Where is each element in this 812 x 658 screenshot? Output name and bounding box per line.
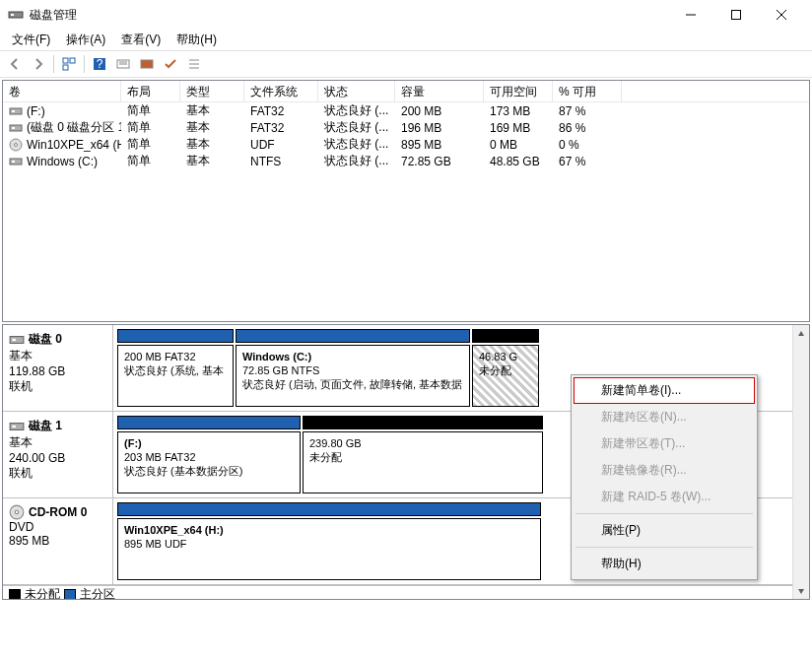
vol-layout: 简单 bbox=[121, 153, 180, 169]
view-icon[interactable] bbox=[58, 53, 80, 75]
app-icon bbox=[8, 7, 24, 23]
disk-header[interactable]: CD-ROM 0DVD895 MB bbox=[3, 498, 113, 584]
disk-size: 119.88 GB bbox=[9, 364, 106, 378]
part-status: 状态良好 (启动, 页面文件, 故障转储, 基本数据 bbox=[242, 377, 463, 391]
menu-action[interactable]: 操作(A) bbox=[58, 30, 113, 50]
vol-status: 状态良好 (... bbox=[318, 136, 395, 153]
disk-size: 240.00 GB bbox=[9, 451, 106, 465]
ctx-new-striped: 新建带区卷(T)... bbox=[574, 430, 755, 457]
part-size: 203 MB FAT32 bbox=[124, 450, 294, 464]
maximize-button[interactable] bbox=[713, 0, 759, 30]
drive-icon bbox=[9, 121, 23, 135]
svg-rect-29 bbox=[12, 425, 15, 427]
vol-type: 基本 bbox=[180, 119, 244, 136]
svg-rect-25 bbox=[12, 161, 15, 163]
drive-icon bbox=[9, 104, 23, 118]
vol-layout: 简单 bbox=[121, 136, 180, 153]
part-label: (F:) bbox=[124, 436, 294, 450]
close-button[interactable] bbox=[759, 0, 804, 30]
minimize-button[interactable] bbox=[668, 0, 713, 30]
partition-bar bbox=[472, 329, 539, 343]
svg-rect-18 bbox=[10, 108, 22, 114]
col-free[interactable]: 可用空间 bbox=[484, 81, 553, 101]
col-capacity[interactable]: 容量 bbox=[395, 81, 484, 101]
forward-button[interactable] bbox=[28, 53, 49, 75]
menu-file[interactable]: 文件(F) bbox=[4, 30, 58, 50]
vol-free: 173 MB bbox=[484, 104, 553, 118]
vol-type: 基本 bbox=[180, 102, 244, 119]
vol-capacity: 72.85 GB bbox=[395, 155, 484, 168]
check-icon[interactable] bbox=[160, 53, 181, 75]
col-status[interactable]: 状态 bbox=[318, 81, 395, 101]
table-row[interactable]: (磁盘 0 磁盘分区 1)简单基本FAT32状态良好 (...196 MB169… bbox=[3, 119, 809, 136]
svg-rect-24 bbox=[10, 159, 22, 164]
disk-scrollbar[interactable] bbox=[792, 325, 809, 599]
disk-icon bbox=[9, 332, 25, 348]
vol-fs: FAT32 bbox=[244, 104, 318, 118]
svg-rect-6 bbox=[63, 58, 68, 63]
vol-name: (磁盘 0 磁盘分区 1) bbox=[27, 119, 121, 136]
vol-layout: 简单 bbox=[121, 119, 180, 136]
table-row[interactable]: Windows (C:)简单基本NTFS状态良好 (...72.85 GB48.… bbox=[3, 153, 809, 169]
partition[interactable]: 239.80 GB未分配 bbox=[303, 431, 543, 494]
partition-bar bbox=[303, 416, 543, 429]
partition[interactable]: 200 MB FAT32状态良好 (系统, 基本 bbox=[117, 345, 234, 407]
legend-unalloc: 未分配 bbox=[25, 586, 60, 600]
col-pctfree[interactable]: % 可用 bbox=[553, 81, 622, 101]
part-label: Win10XPE_x64 (H:) bbox=[124, 523, 534, 537]
ctx-properties[interactable]: 属性(P) bbox=[574, 517, 755, 544]
vol-type: 基本 bbox=[180, 136, 244, 153]
part-status: 未分配 bbox=[309, 450, 536, 464]
list-icon[interactable] bbox=[183, 53, 205, 75]
disk-title: 磁盘 0 bbox=[29, 331, 62, 348]
col-volume[interactable]: 卷 bbox=[3, 81, 121, 101]
disk-header[interactable]: 磁盘 1基本240.00 GB联机 bbox=[3, 412, 113, 497]
col-layout[interactable]: 布局 bbox=[121, 81, 180, 101]
settings-icon[interactable] bbox=[112, 53, 134, 75]
back-button[interactable] bbox=[4, 53, 26, 75]
legend-unalloc-swatch bbox=[9, 589, 21, 601]
partition-bar bbox=[117, 416, 301, 429]
partition[interactable]: Win10XPE_x64 (H:)895 MB UDF bbox=[117, 518, 541, 580]
vol-pct: 0 % bbox=[553, 138, 622, 152]
cd-icon bbox=[9, 138, 23, 152]
svg-rect-14 bbox=[141, 60, 153, 68]
context-menu: 新建简单卷(I)... 新建跨区卷(N)... 新建带区卷(T)... 新建镜像… bbox=[571, 374, 758, 580]
svg-rect-19 bbox=[12, 110, 15, 112]
vol-name: Windows (C:) bbox=[27, 155, 98, 168]
ctx-new-simple[interactable]: 新建简单卷(I)... bbox=[574, 377, 755, 404]
scroll-up-icon[interactable] bbox=[793, 325, 809, 342]
help-icon[interactable]: ? bbox=[89, 53, 110, 75]
table-row[interactable]: Win10XPE_x64 (H:)简单基本UDF状态良好 (...895 MB0… bbox=[3, 136, 809, 153]
disk-status: 联机 bbox=[9, 465, 106, 482]
ctx-help[interactable]: 帮助(H) bbox=[574, 551, 755, 577]
svg-rect-1 bbox=[11, 14, 14, 16]
vol-capacity: 200 MB bbox=[395, 104, 484, 118]
table-row[interactable]: (F:)简单基本FAT32状态良好 (...200 MB173 MB87 % bbox=[3, 102, 809, 119]
menu-view[interactable]: 查看(V) bbox=[113, 30, 169, 50]
vol-pct: 87 % bbox=[553, 104, 622, 118]
scroll-down-icon[interactable] bbox=[793, 582, 809, 599]
action-icon[interactable] bbox=[136, 53, 158, 75]
ctx-new-spanned: 新建跨区卷(N)... bbox=[574, 404, 755, 430]
svg-rect-21 bbox=[12, 127, 15, 129]
partition-bar bbox=[117, 502, 541, 516]
col-type[interactable]: 类型 bbox=[180, 81, 244, 101]
partition[interactable]: 46.83 G未分配 bbox=[472, 345, 539, 407]
part-size: 46.83 G bbox=[479, 350, 532, 363]
vol-capacity: 196 MB bbox=[395, 121, 484, 135]
svg-point-23 bbox=[15, 143, 18, 146]
menu-help[interactable]: 帮助(H) bbox=[169, 30, 225, 50]
vol-free: 48.85 GB bbox=[484, 155, 553, 168]
disk-type: DVD bbox=[9, 520, 106, 534]
part-status: 未分配 bbox=[479, 363, 532, 377]
drive-icon bbox=[9, 155, 23, 168]
partition[interactable]: (F:)203 MB FAT32状态良好 (基本数据分区) bbox=[117, 431, 301, 494]
svg-rect-26 bbox=[10, 336, 24, 343]
partition[interactable]: Windows (C:)72.85 GB NTFS状态良好 (启动, 页面文件,… bbox=[236, 345, 470, 407]
cd-icon bbox=[9, 504, 25, 520]
legend-primary-swatch bbox=[64, 589, 76, 601]
disk-header[interactable]: 磁盘 0基本119.88 GB联机 bbox=[3, 325, 113, 411]
col-fs[interactable]: 文件系统 bbox=[244, 81, 318, 101]
disk-title: 磁盘 1 bbox=[29, 418, 62, 434]
